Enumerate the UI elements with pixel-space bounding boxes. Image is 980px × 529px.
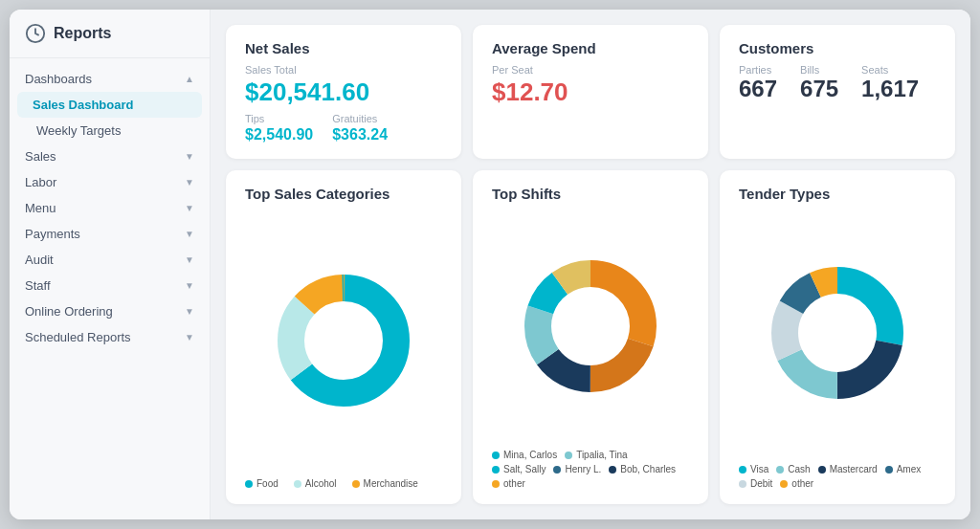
- merchandise-label: Merchandise: [364, 478, 418, 489]
- nav-section-online-ordering[interactable]: Online Ordering ▼: [10, 298, 210, 324]
- main-content: Net Sales Sales Total $20,541.60 Tips $2…: [211, 10, 970, 519]
- food-label: Food: [256, 478, 278, 489]
- visa-color: [739, 466, 746, 474]
- chevron-up-icon: ▲: [185, 74, 194, 84]
- bob-charles-label: Bob, Charles: [620, 464, 676, 474]
- customers-title: Customers: [739, 40, 936, 56]
- top-sales-chart-card: Top Sales Categories Food: [226, 170, 461, 504]
- legend-mastercard: Mastercard: [818, 464, 878, 474]
- net-sales-card: Net Sales Sales Total $20,541.60 Tips $2…: [226, 25, 461, 159]
- nav-section-audit[interactable]: Audit ▼: [10, 247, 210, 273]
- amex-color: [885, 466, 893, 474]
- food-color: [245, 480, 253, 488]
- sidebar-item-sales-dashboard[interactable]: Sales Dashboard: [17, 92, 202, 118]
- top-shifts-chart-area: [492, 209, 689, 442]
- per-seat-value: $12.70: [492, 77, 689, 107]
- salt-sally-label: Salt, Sally: [503, 464, 546, 474]
- debit-color: [739, 480, 746, 488]
- nav-section-payments[interactable]: Payments ▼: [10, 221, 210, 247]
- top-shifts-donut: [514, 250, 667, 403]
- customers-card: Customers Parties 667 Bills 675 Seats 1,…: [720, 25, 955, 159]
- net-sales-sub-row: Tips $2,540.90 Gratuities $363.24: [245, 113, 442, 143]
- legend-amex: Amex: [885, 464, 922, 474]
- app-container: Reports Dashboards ▲ Sales Dashboard Wee…: [10, 10, 970, 519]
- tips-value: $2,540.90: [245, 126, 313, 143]
- salt-sally-color: [492, 466, 500, 474]
- legend-salt-sally: Salt, Sally: [492, 464, 546, 474]
- henry-l-color: [553, 466, 561, 474]
- cash-color: [776, 466, 784, 474]
- legend-henry-l: Henry L.: [553, 464, 601, 474]
- nav-section-label: Scheduled Reports: [25, 330, 131, 344]
- chevron-down-icon: ▼: [185, 229, 194, 239]
- sidebar: Reports Dashboards ▲ Sales Dashboard Wee…: [10, 10, 211, 519]
- chevron-down-icon: ▼: [185, 306, 194, 317]
- parties-stat: Parties 667: [739, 64, 777, 102]
- merchandise-color: [352, 480, 360, 488]
- top-sales-donut: [267, 264, 420, 417]
- bills-value: 675: [800, 76, 838, 102]
- nav-section-sales[interactable]: Sales ▼: [10, 143, 210, 169]
- nav-section-label: Dashboards: [25, 72, 92, 86]
- tipalia-tina-label: Tipalia, Tina: [576, 450, 628, 460]
- nav-section-menu[interactable]: Menu ▼: [10, 195, 210, 221]
- parties-label: Parties: [739, 64, 777, 76]
- nav-section-label: Online Ordering: [25, 304, 113, 319]
- alcohol-label: Alcohol: [305, 478, 337, 489]
- nav-section-label: Sales: [25, 149, 56, 164]
- nav-section-staff[interactable]: Staff ▼: [10, 273, 210, 298]
- chevron-down-icon: ▼: [185, 151, 194, 162]
- nav-section-scheduled-reports[interactable]: Scheduled Reports ▼: [10, 324, 210, 350]
- svg-point-18: [809, 304, 866, 362]
- sidebar-header: Reports: [10, 10, 210, 58]
- chevron-down-icon: ▼: [185, 203, 194, 213]
- nav-section-label: Audit: [25, 253, 54, 267]
- legend-merchandise: Merchandise: [352, 478, 418, 489]
- other-shifts-color: [492, 480, 500, 488]
- alcohol-color: [294, 480, 301, 488]
- clock-icon: [25, 23, 46, 44]
- top-shifts-legend: Mina, Carlos Tipalia, Tina Salt, Sally H…: [492, 450, 689, 489]
- mastercard-color: [818, 466, 826, 474]
- top-shifts-chart-card: Top Shifts: [473, 170, 708, 504]
- tipalia-tina-color: [565, 452, 572, 459]
- seats-label: Seats: [861, 64, 919, 76]
- gratuities-value: $363.24: [332, 126, 388, 143]
- seats-stat: Seats 1,617: [861, 64, 919, 102]
- legend-cash: Cash: [776, 464, 810, 474]
- tender-types-chart-area: [739, 209, 936, 456]
- top-sales-chart-area: [245, 209, 442, 471]
- nav-section-labor[interactable]: Labor ▼: [10, 169, 210, 195]
- sidebar-nav: Dashboards ▲ Sales Dashboard Weekly Targ…: [10, 58, 210, 519]
- mina-carlos-color: [492, 452, 500, 459]
- per-seat-label: Per Seat: [492, 64, 689, 76]
- gratuities-label: Gratuities: [332, 113, 388, 124]
- cash-label: Cash: [788, 464, 810, 474]
- chevron-down-icon: ▼: [185, 332, 194, 342]
- sidebar-item-weekly-targets[interactable]: Weekly Targets: [10, 118, 210, 143]
- sales-total-value: $20,541.60: [245, 77, 442, 107]
- nav-section-label: Menu: [25, 201, 56, 215]
- chevron-down-icon: ▼: [185, 280, 194, 291]
- amex-label: Amex: [897, 464, 922, 474]
- nav-section-dashboards[interactable]: Dashboards ▲: [10, 66, 210, 92]
- legend-debit: Debit: [739, 478, 772, 489]
- visa-label: Visa: [750, 464, 768, 474]
- kpi-row: Net Sales Sales Total $20,541.60 Tips $2…: [226, 25, 955, 159]
- legend-visa: Visa: [739, 464, 768, 474]
- customers-stats-row: Parties 667 Bills 675 Seats 1,617: [739, 64, 936, 102]
- tender-types-donut: [761, 256, 914, 409]
- chevron-down-icon: ▼: [185, 254, 194, 265]
- bills-stat: Bills 675: [800, 64, 838, 102]
- sidebar-title: Reports: [54, 25, 111, 42]
- legend-mina-carlos: Mina, Carlos: [492, 450, 557, 460]
- henry-l-label: Henry L.: [565, 464, 601, 474]
- chevron-down-icon: ▼: [185, 177, 194, 187]
- tips-item: Tips $2,540.90: [245, 113, 313, 143]
- charts-row: Top Sales Categories Food: [226, 170, 955, 504]
- top-sales-chart-title: Top Sales Categories: [245, 186, 442, 202]
- nav-section-label: Staff: [25, 278, 51, 293]
- legend-other-shifts: other: [492, 478, 525, 489]
- other-shifts-label: other: [503, 478, 525, 489]
- other-tender-label: other: [791, 478, 813, 489]
